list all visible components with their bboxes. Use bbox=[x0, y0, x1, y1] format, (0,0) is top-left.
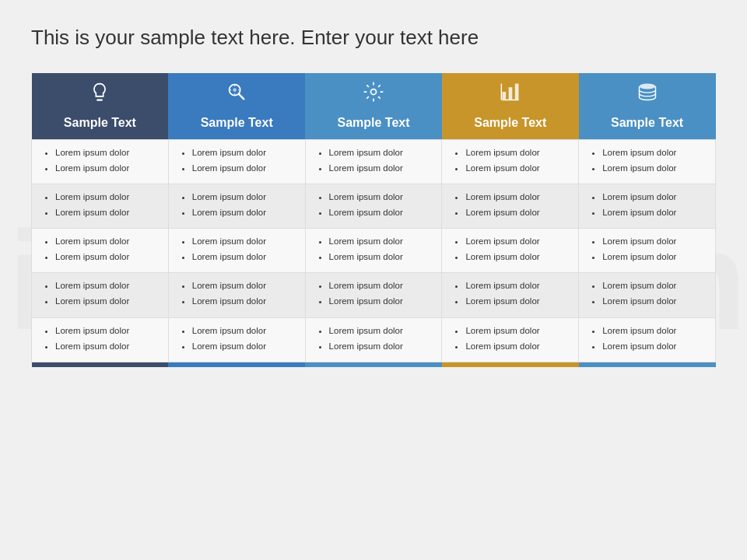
cell-r2-c3: Lorem ipsum dolorLorem ipsum dolor bbox=[305, 184, 442, 228]
cell-r4-c1: Lorem ipsum dolorLorem ipsum dolor bbox=[32, 273, 169, 317]
footer-bar-5 bbox=[579, 362, 716, 367]
list-item: Lorem ipsum dolor bbox=[602, 206, 704, 219]
header-cell-1: Sample Text bbox=[32, 73, 169, 140]
search-gear-icon bbox=[177, 81, 296, 111]
header-cell-2: Sample Text bbox=[168, 73, 305, 140]
svg-line-3 bbox=[239, 94, 244, 99]
list-item: Lorem ipsum dolor bbox=[192, 279, 294, 292]
list-item: Lorem ipsum dolor bbox=[329, 250, 431, 263]
list-item: Lorem ipsum dolor bbox=[55, 146, 157, 159]
list-item: Lorem ipsum dolor bbox=[465, 250, 567, 263]
list-item: Lorem ipsum dolor bbox=[602, 235, 704, 247]
list-item: Lorem ipsum dolor bbox=[602, 250, 704, 263]
footer-bar-2 bbox=[168, 362, 305, 367]
header-label-1: Sample Text bbox=[64, 116, 136, 129]
list-item: Lorem ipsum dolor bbox=[465, 206, 567, 219]
list-item: Lorem ipsum dolor bbox=[602, 191, 704, 203]
list-item: Lorem ipsum dolor bbox=[465, 295, 567, 307]
cell-r5-c4: Lorem ipsum dolorLorem ipsum dolor bbox=[442, 317, 579, 362]
cell-r3-c4: Lorem ipsum dolorLorem ipsum dolor bbox=[442, 229, 579, 273]
table-row: Lorem ipsum dolorLorem ipsum dolorLorem … bbox=[32, 184, 716, 228]
list-item: Lorem ipsum dolor bbox=[192, 340, 294, 352]
cell-r1-c4: Lorem ipsum dolorLorem ipsum dolor bbox=[442, 139, 579, 184]
list-item: Lorem ipsum dolor bbox=[192, 146, 294, 159]
list-item: Lorem ipsum dolor bbox=[55, 250, 157, 263]
cell-r2-c1: Lorem ipsum dolorLorem ipsum dolor bbox=[32, 184, 169, 228]
main-table: Sample Text Sample Text Sample Text Samp… bbox=[31, 73, 716, 367]
list-item: Lorem ipsum dolor bbox=[465, 146, 567, 159]
list-item: Lorem ipsum dolor bbox=[55, 295, 157, 307]
cell-r5-c2: Lorem ipsum dolorLorem ipsum dolor bbox=[168, 317, 305, 362]
table-row: Lorem ipsum dolorLorem ipsum dolorLorem … bbox=[32, 273, 716, 317]
list-item: Lorem ipsum dolor bbox=[329, 279, 431, 292]
svg-point-11 bbox=[639, 83, 655, 89]
cell-r3-c5: Lorem ipsum dolorLorem ipsum dolor bbox=[579, 229, 716, 273]
cell-r2-c2: Lorem ipsum dolorLorem ipsum dolor bbox=[168, 184, 305, 228]
list-item: Lorem ipsum dolor bbox=[465, 191, 567, 203]
list-item: Lorem ipsum dolor bbox=[329, 191, 431, 203]
cell-r4-c5: Lorem ipsum dolorLorem ipsum dolor bbox=[579, 273, 716, 317]
list-item: Lorem ipsum dolor bbox=[465, 340, 567, 352]
list-item: Lorem ipsum dolor bbox=[602, 146, 704, 159]
list-item: Lorem ipsum dolor bbox=[329, 295, 431, 307]
list-item: Lorem ipsum dolor bbox=[192, 235, 294, 247]
table-row: Lorem ipsum dolorLorem ipsum dolorLorem … bbox=[32, 139, 716, 184]
stack-icon bbox=[588, 81, 707, 111]
list-item: Lorem ipsum dolor bbox=[465, 324, 567, 337]
list-item: Lorem ipsum dolor bbox=[192, 162, 294, 174]
table-body: Lorem ipsum dolorLorem ipsum dolorLorem … bbox=[32, 139, 716, 362]
header-cell-4: Sample Text bbox=[442, 73, 579, 140]
header-label-5: Sample Text bbox=[611, 116, 683, 129]
cell-r5-c5: Lorem ipsum dolorLorem ipsum dolor bbox=[579, 317, 716, 362]
page-content: This is your sample text here. Enter you… bbox=[0, 0, 747, 383]
list-item: Lorem ipsum dolor bbox=[329, 324, 431, 337]
svg-rect-8 bbox=[515, 83, 519, 100]
cell-r4-c3: Lorem ipsum dolorLorem ipsum dolor bbox=[305, 273, 442, 317]
list-item: Lorem ipsum dolor bbox=[329, 146, 431, 159]
cell-r4-c4: Lorem ipsum dolorLorem ipsum dolor bbox=[442, 273, 579, 317]
header-label-4: Sample Text bbox=[474, 116, 546, 129]
cell-r1-c2: Lorem ipsum dolorLorem ipsum dolor bbox=[168, 139, 305, 184]
list-item: Lorem ipsum dolor bbox=[55, 324, 157, 337]
footer-bar-4 bbox=[442, 362, 579, 367]
list-item: Lorem ipsum dolor bbox=[602, 279, 704, 292]
list-item: Lorem ipsum dolor bbox=[465, 162, 567, 174]
list-item: Lorem ipsum dolor bbox=[602, 295, 704, 307]
cell-r5-c1: Lorem ipsum dolorLorem ipsum dolor bbox=[32, 317, 169, 362]
svg-point-4 bbox=[233, 88, 237, 92]
cell-r2-c4: Lorem ipsum dolorLorem ipsum dolor bbox=[442, 184, 579, 228]
cell-r1-c5: Lorem ipsum dolorLorem ipsum dolor bbox=[579, 139, 716, 184]
cell-r1-c1: Lorem ipsum dolorLorem ipsum dolor bbox=[32, 139, 169, 184]
list-item: Lorem ipsum dolor bbox=[55, 279, 157, 292]
list-item: Lorem ipsum dolor bbox=[55, 340, 157, 352]
header-cell-5: Sample Text bbox=[579, 73, 716, 140]
svg-point-5 bbox=[370, 89, 376, 94]
cell-r1-c3: Lorem ipsum dolorLorem ipsum dolor bbox=[305, 139, 442, 184]
gear-icon bbox=[314, 81, 433, 111]
header-label-2: Sample Text bbox=[201, 116, 273, 129]
list-item: Lorem ipsum dolor bbox=[329, 340, 431, 352]
lightbulb-icon bbox=[41, 81, 160, 111]
list-item: Lorem ipsum dolor bbox=[192, 206, 294, 219]
list-item: Lorem ipsum dolor bbox=[55, 191, 157, 203]
list-item: Lorem ipsum dolor bbox=[465, 279, 567, 292]
table-footer-row bbox=[32, 362, 716, 367]
list-item: Lorem ipsum dolor bbox=[329, 206, 431, 219]
page-title: This is your sample text here. Enter you… bbox=[31, 25, 716, 51]
cell-r3-c3: Lorem ipsum dolorLorem ipsum dolor bbox=[305, 229, 442, 273]
list-item: Lorem ipsum dolor bbox=[329, 162, 431, 174]
table-row: Lorem ipsum dolorLorem ipsum dolorLorem … bbox=[32, 229, 716, 273]
table-row: Lorem ipsum dolorLorem ipsum dolorLorem … bbox=[32, 317, 716, 362]
list-item: Lorem ipsum dolor bbox=[329, 235, 431, 247]
list-item: Lorem ipsum dolor bbox=[55, 235, 157, 247]
list-item: Lorem ipsum dolor bbox=[192, 324, 294, 337]
list-item: Lorem ipsum dolor bbox=[192, 191, 294, 203]
list-item: Lorem ipsum dolor bbox=[55, 206, 157, 219]
header-cell-3: Sample Text bbox=[305, 73, 442, 140]
list-item: Lorem ipsum dolor bbox=[465, 235, 567, 247]
cell-r2-c5: Lorem ipsum dolorLorem ipsum dolor bbox=[579, 184, 716, 228]
cell-r4-c2: Lorem ipsum dolorLorem ipsum dolor bbox=[168, 273, 305, 317]
table-header-row: Sample Text Sample Text Sample Text Samp… bbox=[32, 73, 716, 140]
chart-icon bbox=[451, 81, 570, 111]
list-item: Lorem ipsum dolor bbox=[602, 324, 704, 337]
